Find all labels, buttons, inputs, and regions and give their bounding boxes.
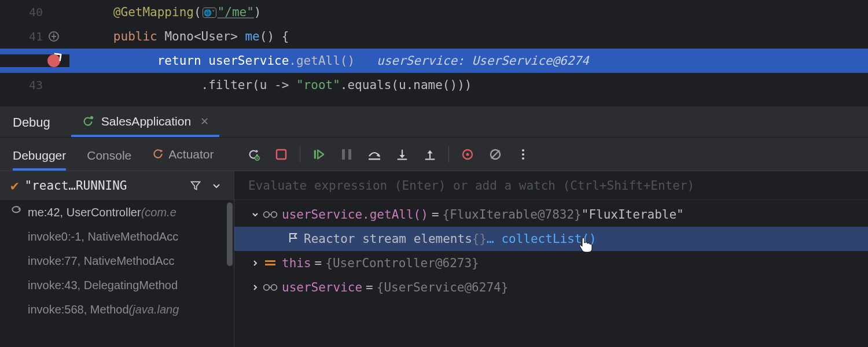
evaluate-expression-input[interactable]: Evaluate expression (Enter) or add a wat… [234, 171, 868, 200]
code-text: public Mono<User> me() { [69, 29, 868, 43]
code-line[interactable]: 43 .filter(u -> "root".equals(u.name())) [0, 73, 868, 97]
code-text: @GetMapping(🌐˅"/me") [69, 5, 868, 19]
svg-rect-9 [425, 158, 435, 160]
chevron-right-icon[interactable] [248, 283, 262, 291]
watch-icon [262, 210, 278, 219]
svg-rect-8 [397, 158, 407, 160]
svg-point-22 [264, 285, 270, 290]
svg-point-18 [271, 212, 277, 217]
step-out-button[interactable] [417, 143, 443, 166]
variables-tree[interactable]: userService.getAll() = {FluxIterable@783… [234, 200, 868, 347]
svg-rect-19 [265, 260, 275, 262]
run-config-tab[interactable]: SalesApplication ✕ [71, 106, 219, 137]
svg-rect-4 [314, 150, 315, 158]
svg-rect-6 [348, 149, 351, 160]
step-into-button[interactable] [389, 143, 415, 166]
svg-point-17 [264, 212, 270, 217]
scrollbar[interactable] [226, 200, 234, 347]
drop-frame-icon[interactable] [10, 206, 28, 219]
actuator-icon [152, 149, 164, 162]
stop-button[interactable] [269, 143, 294, 166]
debug-toolwindow-header: Debug SalesApplication ✕ [0, 106, 868, 138]
gutter-globe-icon[interactable] [46, 31, 61, 42]
pause-button[interactable] [334, 143, 359, 166]
svg-point-0 [90, 116, 94, 120]
svg-rect-7 [369, 158, 380, 160]
flag-icon [288, 232, 298, 246]
tab-console[interactable]: Console [87, 141, 143, 171]
this-icon [262, 259, 278, 268]
check-icon: ✔ [10, 178, 19, 194]
svg-point-15 [522, 153, 524, 156]
more-button[interactable] [510, 143, 536, 166]
debug-title: Debug [13, 115, 50, 137]
chevron-right-icon[interactable] [248, 259, 262, 267]
code-line-current[interactable]: return userService.getAll() userService:… [0, 49, 868, 73]
stack-frame[interactable]: me:42, UserController (com.e [0, 200, 234, 224]
svg-rect-3 [277, 150, 286, 159]
stack-frame[interactable]: invoke:77, NativeMethodAcc [0, 249, 234, 273]
code-text: .filter(u -> "root".equals(u.name())) [69, 78, 868, 92]
resume-button[interactable] [306, 143, 332, 166]
view-breakpoints-button[interactable] [455, 143, 480, 166]
mute-breakpoints-button[interactable] [483, 143, 508, 166]
svg-rect-21 [265, 259, 275, 267]
stack-frame[interactable]: invoke0:-1, NativeMethodAcc [0, 224, 234, 249]
variable-row[interactable]: userService.getAll() = {FluxIterable@783… [234, 202, 868, 227]
svg-point-23 [271, 285, 277, 290]
close-tab-icon[interactable]: ✕ [200, 115, 209, 128]
chevron-down-icon[interactable] [206, 181, 227, 190]
tab-debugger[interactable]: Debugger [13, 141, 78, 171]
variable-row-selected[interactable]: Reactor stream elements {} … collectList… [234, 227, 868, 251]
svg-rect-20 [265, 264, 275, 265]
svg-rect-5 [342, 149, 345, 160]
line-number: 40 [24, 5, 43, 19]
line-number: 43 [24, 78, 43, 92]
reload-icon [82, 115, 94, 128]
mouse-cursor [579, 236, 593, 252]
chevron-down-icon[interactable] [248, 211, 262, 219]
variable-row[interactable]: this = {UserController@6273} [234, 251, 868, 275]
globe-icon: 🌐˅ [203, 8, 216, 18]
variable-row[interactable]: userService = {UserService@6274} [234, 275, 868, 300]
tab-actuator[interactable]: Actuator [152, 139, 225, 171]
breakpoint-icon[interactable] [46, 54, 61, 67]
thread-label: "react…RUNNING [24, 179, 185, 193]
debug-toolbar: Debugger Console Actuator [0, 138, 868, 171]
rerun-button[interactable] [241, 143, 266, 166]
filter-icon[interactable] [185, 180, 206, 191]
code-text: return userService.getAll() userService:… [69, 54, 868, 68]
svg-point-11 [466, 153, 469, 156]
line-number: 41 [24, 29, 43, 43]
svg-point-14 [522, 149, 524, 152]
thread-selector[interactable]: ✔ "react…RUNNING [0, 171, 234, 200]
code-editor[interactable]: 40 @GetMapping(🌐˅"/me") 41 public Mono<U… [0, 0, 868, 106]
svg-point-2 [256, 157, 258, 159]
variables-panel: Evaluate expression (Enter) or add a wat… [234, 171, 868, 347]
svg-point-16 [522, 157, 524, 160]
stack-frame[interactable]: invoke:568, Method (java.lang [0, 297, 234, 322]
watch-icon [262, 283, 278, 292]
frames-panel: ✔ "react…RUNNING me:42, UserController (… [0, 171, 234, 347]
code-line[interactable]: 40 @GetMapping(🌐˅"/me") [0, 0, 868, 24]
code-line[interactable]: 41 public Mono<User> me() { [0, 24, 868, 49]
step-over-button[interactable] [362, 143, 387, 166]
frame-list[interactable]: me:42, UserController (com.e invoke0:-1,… [0, 200, 234, 347]
run-config-label: SalesApplication [101, 115, 191, 128]
debug-body: ✔ "react…RUNNING me:42, UserController (… [0, 171, 868, 347]
stack-frame[interactable]: invoke:43, DelegatingMethod [0, 273, 234, 297]
